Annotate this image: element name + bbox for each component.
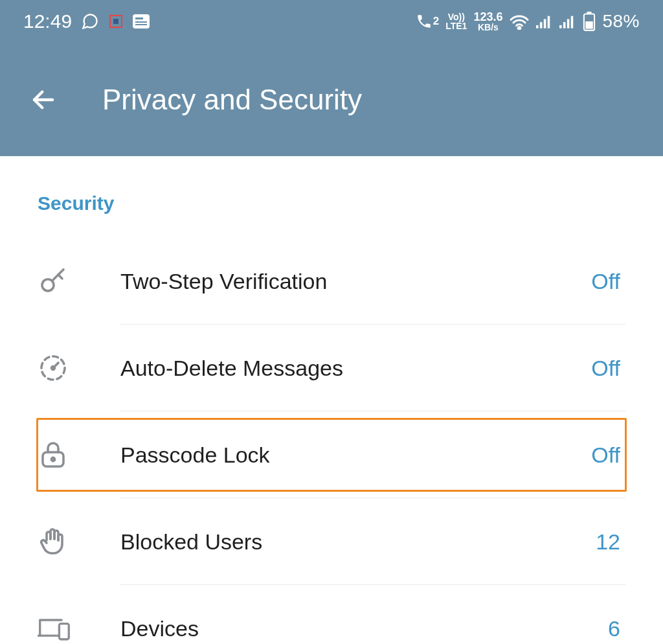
svg-rect-14 [571,16,574,29]
svg-point-21 [52,367,55,370]
item-label: Blocked Users [120,529,596,555]
svg-rect-4 [135,21,147,23]
item-value: 12 [596,529,625,555]
whatsapp-icon [81,12,99,30]
item-label: Devices [120,616,608,641]
lock-icon [38,439,120,470]
battery-icon [583,12,596,31]
item-two-step-verification[interactable]: Two-Step Verification Off [38,238,625,325]
item-blocked-users[interactable]: Blocked Users 12 [38,498,625,585]
status-bar: 12:49 2 V [0,0,663,43]
timer-icon [38,352,120,384]
key-icon [38,266,120,297]
wifi-icon [509,13,530,30]
devices-icon [38,613,120,644]
page-title: Privacy and Security [102,84,362,116]
news-icon [133,14,150,29]
screen-record-icon [108,14,124,29]
svg-rect-17 [586,21,594,29]
signal-icon-1 [536,14,553,29]
section-header-security: Security [38,192,625,214]
item-label: Auto-Delete Messages [120,356,591,381]
svg-rect-13 [567,19,570,28]
svg-point-23 [51,457,54,461]
status-time: 12:49 [23,10,72,32]
svg-rect-10 [548,16,550,29]
item-label: Passcode Lock [120,443,591,468]
item-devices[interactable]: Devices 6 [38,585,625,644]
battery-percent: 58% [602,11,640,32]
item-value: 6 [608,616,625,641]
svg-rect-5 [135,24,147,25]
svg-rect-12 [563,22,566,28]
svg-point-6 [519,27,521,30]
network-speed-indicator: 123.6 KB/s [473,11,502,32]
svg-rect-9 [544,19,546,28]
item-passcode-lock[interactable]: Passcode Lock Off [38,411,625,498]
item-label: Two-Step Verification [120,269,591,294]
signal-icon-2 [559,14,576,29]
hand-icon [38,526,120,557]
item-value: Off [591,356,625,381]
back-button[interactable] [30,86,57,113]
svg-rect-1 [113,19,118,24]
item-value: Off [591,269,625,294]
svg-rect-3 [135,17,143,19]
app-header: Privacy and Security [0,43,663,156]
wifi-calling-icon: 2 [416,13,439,30]
item-auto-delete-messages[interactable]: Auto-Delete Messages Off [38,325,625,411]
svg-rect-24 [59,624,69,639]
volte-icon: Vo)) LTE1 [445,12,467,30]
svg-rect-11 [559,25,562,29]
item-value: Off [591,443,625,468]
svg-rect-7 [536,25,539,29]
svg-rect-8 [540,22,543,28]
